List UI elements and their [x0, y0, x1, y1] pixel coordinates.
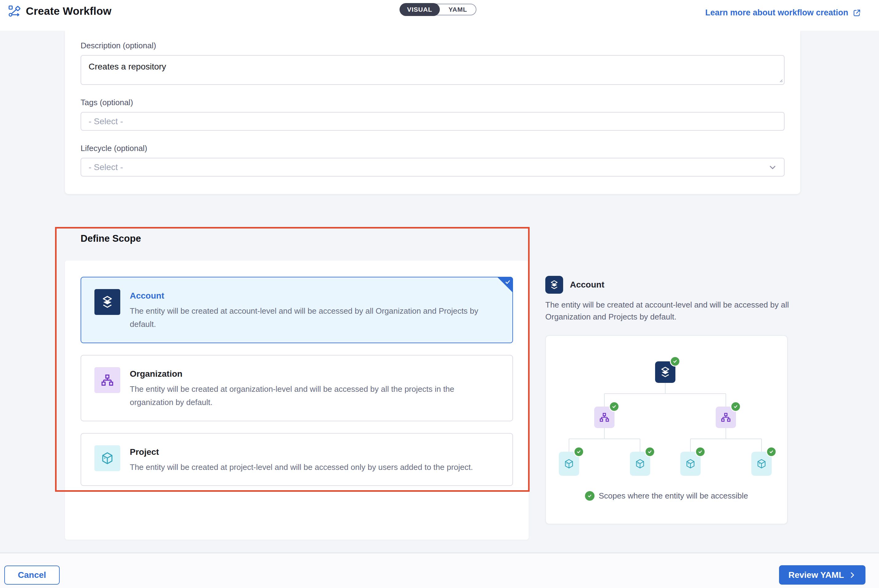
cancel-button[interactable]: Cancel: [4, 566, 60, 585]
preview-description: The entity will be created at account-le…: [545, 299, 791, 323]
account-icon: [94, 289, 120, 315]
selected-check-icon: [504, 278, 512, 286]
layers-glyph: [549, 279, 560, 290]
create-workflow-page: { "header": { "title": "Create Workflow"…: [0, 0, 879, 588]
visual-yaml-toggle: VISUAL YAML: [400, 4, 476, 15]
lifecycle-placeholder: - Select -: [88, 162, 123, 172]
project-icon: [94, 445, 120, 471]
layers-glyph: [100, 295, 114, 309]
cube-glyph: [685, 458, 696, 469]
project-card-description: The entity will be created at project-le…: [130, 460, 473, 474]
organization-card-text: Organization The entity will be created …: [130, 367, 499, 409]
check-badge: [574, 447, 584, 457]
toggle-visual[interactable]: VISUAL: [399, 3, 440, 16]
scope-option-organization[interactable]: Organization The entity will be created …: [81, 355, 513, 422]
learn-more-link[interactable]: Learn more about workflow creation: [705, 8, 861, 18]
organization-icon: [94, 367, 120, 393]
review-yaml-label: Review YAML: [788, 570, 844, 580]
scope-option-account[interactable]: Account The entity will be created at ac…: [81, 277, 513, 343]
check-badge: [730, 401, 741, 412]
define-scope-heading: Define Scope: [81, 233, 141, 244]
learn-more-label: Learn more about workflow creation: [705, 8, 848, 18]
description-input[interactable]: Creates a repository: [81, 55, 784, 85]
toggle-yaml[interactable]: YAML: [440, 4, 476, 15]
cube-glyph: [634, 458, 646, 469]
description-label: Description (optional): [81, 41, 784, 50]
account-card-text: Account The entity will be created at ac…: [130, 289, 499, 331]
account-card-description: The entity will be created at account-le…: [130, 304, 499, 331]
cube-glyph: [756, 458, 767, 469]
scope-options-panel: Account The entity will be created at ac…: [65, 261, 529, 540]
workflow-form-card: Description (optional) Creates a reposit…: [65, 31, 800, 194]
project-card-title: Project: [130, 447, 473, 457]
check-badge: [695, 447, 705, 457]
header-title-group: Create Workflow: [8, 4, 112, 18]
check-badge: [670, 356, 680, 367]
preview-header: Account: [545, 276, 604, 294]
layers-glyph: [659, 366, 671, 378]
organization-card-title: Organization: [130, 369, 499, 379]
diagram-caption-text: Scopes where the entity will be accessib…: [599, 491, 748, 501]
workflow-icon: [8, 4, 21, 18]
diagram-caption: Scopes where the entity will be accessib…: [546, 491, 787, 501]
account-icon-small: [545, 276, 563, 294]
scope-diagram-card: Scopes where the entity will be accessib…: [545, 335, 788, 524]
resize-grip-icon[interactable]: [778, 78, 783, 83]
cube-glyph: [100, 451, 114, 465]
check-badge: [766, 447, 777, 457]
page-title: Create Workflow: [26, 5, 112, 17]
top-header: Create Workflow VISUAL YAML Learn more a…: [0, 0, 879, 31]
footer-bar: Cancel Review YAML: [0, 553, 879, 588]
cube-glyph: [564, 458, 574, 469]
account-card-title: Account: [130, 291, 499, 301]
review-yaml-button[interactable]: Review YAML: [779, 565, 866, 585]
tags-select-input[interactable]: [81, 112, 784, 131]
org-chart-glyph: [599, 412, 610, 423]
project-card-text: Project The entity will be created at pr…: [130, 445, 473, 474]
green-check-icon: [585, 491, 594, 501]
scope-option-project[interactable]: Project The entity will be created at pr…: [81, 433, 513, 486]
org-chart-glyph: [720, 412, 731, 423]
tags-label: Tags (optional): [81, 98, 784, 107]
org-chart-glyph: [100, 373, 114, 387]
preview-title: Account: [570, 280, 604, 290]
check-badge: [645, 447, 655, 457]
description-field-wrap: Creates a repository: [81, 55, 784, 85]
chevron-right-icon: [848, 571, 856, 579]
external-link-icon: [852, 9, 861, 17]
check-badge: [609, 401, 620, 412]
lifecycle-select[interactable]: - Select -: [81, 158, 784, 177]
chevron-down-icon: [768, 163, 777, 172]
organization-card-description: The entity will be created at organizati…: [130, 382, 499, 409]
lifecycle-label: Lifecycle (optional): [81, 144, 784, 153]
